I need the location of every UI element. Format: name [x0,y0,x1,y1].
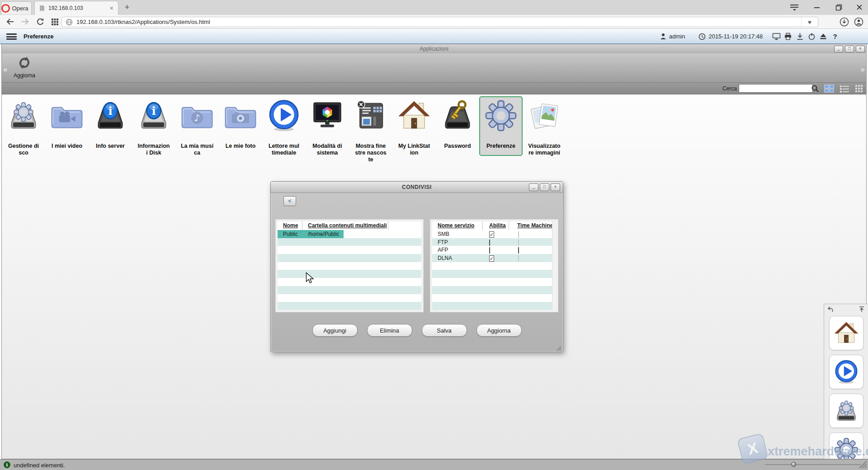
bottom-scrollbar-track[interactable] [765,464,861,465]
table-scroll-gutter[interactable] [552,221,556,310]
search-strip: Cerca [2,82,866,94]
app-preferenze[interactable]: Preferenze [479,96,523,156]
window-restore-icon[interactable] [832,3,845,12]
dialog-close-button[interactable]: × [551,183,560,191]
app-window-minimize-button[interactable]: _ [834,46,843,52]
forward-icon[interactable] [20,17,30,27]
dock-media-player-button[interactable] [829,355,863,389]
help-icon[interactable]: ? [830,33,840,41]
refresh-button[interactable] [17,55,32,70]
downloads-icon[interactable] [839,17,849,27]
search-icon[interactable] [811,85,819,93]
app-mostra-finestre-nascoste[interactable]: Mostra finestre nascoste [349,96,392,156]
dialog-minimize-button[interactable]: _ [529,183,538,191]
reload-icon[interactable] [35,17,45,27]
services-table-panel: Nome servizio Abilita Time Machine SMB ✓… [430,219,558,312]
services-table-header: Nome servizio Abilita Time Machine [432,221,552,230]
dialog-resize-grip[interactable] [556,346,561,351]
service-row-smb[interactable]: SMB ✓ [432,230,552,238]
app-label: I miei video [52,143,82,150]
download-icon[interactable] [795,33,804,41]
app-i-miei-video[interactable]: I miei video [45,96,89,156]
tab-close-icon[interactable]: × [110,5,113,12]
tab-menu-icon[interactable] [788,3,801,12]
app-informazioni-disk[interactable]: i Informazioni Disk [132,96,175,156]
app-my-linkstation[interactable]: My LinkStation [392,96,436,156]
afp-time-machine-checkbox[interactable] [518,247,519,254]
speed-dial-icon[interactable] [50,17,60,27]
search-label: Cerca [722,85,737,92]
new-tab-button[interactable]: + [121,2,133,13]
shares-empty-row [278,246,421,254]
afp-abilita-checkbox[interactable] [489,247,490,254]
svg-text:♪: ♪ [194,113,200,123]
dock-preferences-button[interactable] [829,432,863,459]
dock-undo-icon[interactable] [827,306,834,312]
eject-icon[interactable] [819,33,828,41]
app-label: Informazioni Disk [138,143,170,156]
window-minimize-icon[interactable] [810,3,824,12]
app-password[interactable]: Password [436,96,479,156]
aggiorna-button[interactable]: Aggiorna [476,324,522,337]
service-row-afp[interactable]: AFP [432,246,552,254]
applications-body: Gestione disco I miei video i Info serve… [2,94,866,459]
profile-icon[interactable] [854,17,863,27]
dock-my-linkstation-button[interactable] [829,316,863,350]
services-header-nome-servizio[interactable]: Nome servizio [432,221,483,230]
view-details-button[interactable] [854,84,866,93]
mostra-finestre-nascoste-icon [354,99,387,132]
url-field[interactable]: 192.168.0.103/rtknas2/Applications/Syste… [61,17,818,27]
opera-menu-button[interactable]: Opera [1,1,32,14]
applications-window-titlebar[interactable]: Applicazioni _ □ × [2,44,866,53]
dlna-abilita-checkbox[interactable]: ✓ [489,255,494,262]
modalita-di-sistema-icon [311,99,344,132]
window-resize-grip[interactable] [859,460,867,468]
share-path: /home/Public [302,230,344,238]
salva-button[interactable]: Salva [422,324,467,337]
browser-address-bar: 192.168.0.103/rtknas2/Applications/Syste… [0,15,868,29]
window-close-icon[interactable] [853,3,866,12]
printer-icon[interactable] [783,33,793,41]
nas-toolbar: Preferenze admin 2015-11-19 20:17:48 ? [0,29,868,44]
browser-tab[interactable]: 192.168.0.103 × [34,1,118,15]
dialog-back-button[interactable]: < [283,196,296,206]
app-visualizzatore-immagini[interactable]: Visualizzatore immagini [523,96,566,156]
dock-disk-management-button[interactable] [829,394,863,428]
view-large-icons-button[interactable] [823,84,835,93]
shares-empty-row [278,262,421,270]
ftp-abilita-checkbox[interactable] [489,240,490,246]
service-row-dlna[interactable]: DLNA ✓ [432,254,552,262]
search-input[interactable] [739,84,813,93]
app-le-mie-foto[interactable]: Le mie foto [219,96,262,156]
app-window-maximize-button[interactable]: □ [845,46,854,52]
back-icon[interactable] [5,17,15,27]
dock-collapse-icon[interactable] [859,306,865,312]
app-window-close-button[interactable]: × [856,46,865,52]
services-header-abilita[interactable]: Abilita [483,221,509,230]
shares-row-public[interactable]: Public /home/Public [278,230,421,238]
shares-header-nome[interactable]: Nome [278,221,302,230]
shares-header-cartella[interactable]: Cartella contenuti multimediali [302,221,388,230]
services-empty-row [432,278,552,286]
app-lettore-multimediale[interactable]: Lettore multimediale [262,96,306,156]
services-header-time-machine[interactable]: Time Machine [509,221,552,230]
service-row-ftp[interactable]: FTP [432,238,552,246]
smb-abilita-checkbox[interactable]: ✓ [489,231,494,238]
elimina-button[interactable]: Elimina [367,324,412,337]
page-favicon-icon [39,5,45,11]
scroll-right-chevron[interactable]: » [861,65,865,74]
aggiungi-button[interactable]: Aggiungi [312,324,358,337]
app-gestione-disco[interactable]: Gestione disco [2,96,45,156]
bookmark-heart-icon[interactable]: ♥ [801,17,818,27]
app-modalita-di-sistema[interactable]: Modalità disistema [306,96,349,156]
app-la-mia-musica[interactable]: ♪ La mia musica [175,96,219,156]
shares-empty-row [278,270,421,278]
app-info-server[interactable]: i Info server [89,96,132,156]
menu-hamburger-icon[interactable] [6,33,17,40]
bottom-scrollbar-knob[interactable] [791,462,796,467]
view-list-button[interactable] [838,84,850,93]
dialog-maximize-button[interactable]: □ [540,183,549,191]
dialog-titlebar[interactable]: CONDIVISI [271,182,563,193]
power-icon[interactable] [807,33,816,41]
display-icon[interactable] [772,33,781,41]
